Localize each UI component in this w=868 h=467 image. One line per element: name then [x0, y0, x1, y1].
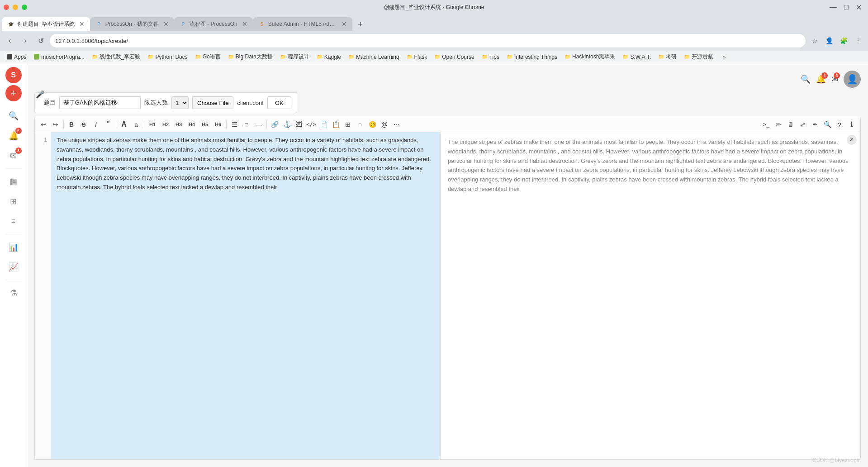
sidebar-item-search[interactable]: 🔍: [5, 107, 23, 125]
tab-create-topic[interactable]: 🎓 创建题目_毕业设计系统 ✕: [2, 17, 90, 31]
header-search-button[interactable]: 🔍: [801, 74, 811, 84]
header-mail-button[interactable]: ✉ 3: [831, 74, 838, 84]
sidebar-user-avatar[interactable]: S: [5, 67, 22, 83]
tab-close-3[interactable]: ✕: [242, 20, 247, 28]
bookmark-swat[interactable]: 📁 S.W.A.T.: [620, 53, 654, 61]
font-small-button[interactable]: a: [130, 119, 142, 130]
bookmark-research[interactable]: 📁 考研: [655, 52, 679, 62]
bookmark-programming[interactable]: 📁 程序设计: [277, 52, 312, 62]
code-button[interactable]: </>: [305, 119, 317, 130]
ol-button[interactable]: ≡: [241, 119, 252, 130]
sidebar-item-line-chart[interactable]: 📈: [5, 258, 23, 276]
ok-button[interactable]: OK: [267, 96, 291, 109]
win-minimize[interactable]: —: [827, 2, 840, 13]
table-button[interactable]: ⊞: [342, 119, 354, 130]
tab-close-1[interactable]: ✕: [79, 20, 85, 28]
pen-button[interactable]: ✏: [773, 119, 784, 130]
win-close[interactable]: ✕: [853, 2, 864, 13]
help-button[interactable]: ?: [834, 119, 845, 130]
profile-icon[interactable]: 👤: [823, 34, 835, 47]
h3-button[interactable]: H3: [172, 119, 185, 130]
bookmark-go[interactable]: 📁 Go语言: [192, 52, 223, 62]
bookmark-music[interactable]: 🟩 musicForProgra...: [31, 53, 87, 61]
sidebar-item-bar-chart[interactable]: 📊: [5, 238, 23, 256]
header-bell-button[interactable]: 🔔 5: [816, 74, 826, 84]
sidebar-item-chart-grid[interactable]: ▦: [5, 172, 23, 191]
win-restore[interactable]: □: [841, 2, 851, 13]
tab-favicon-1: 🎓: [7, 20, 14, 28]
link-button[interactable]: 🔗: [269, 119, 280, 130]
expand-button[interactable]: ⤢: [797, 119, 809, 130]
bookmark-apps[interactable]: ⬛ Apps: [4, 53, 29, 61]
sidebar-item-layout[interactable]: ⊞: [5, 192, 23, 210]
tab-sufee-admin[interactable]: S Sufee Admin - HTML5 Admin... ✕: [253, 17, 352, 31]
bookmark-linear-algebra[interactable]: 📁 线性代数_李宏毅: [89, 52, 143, 62]
sidebar-item-mail[interactable]: ✉ 3: [5, 147, 23, 165]
tab-processon-flow[interactable]: P 流程图 - ProcessOn ✕: [174, 17, 253, 31]
hr-button[interactable]: —: [253, 119, 265, 130]
minimize-window-btn[interactable]: [13, 5, 18, 10]
sidebar-item-filter[interactable]: ⚗: [5, 284, 23, 302]
bookmark-opencourse[interactable]: 📁 Open Course: [432, 53, 477, 61]
bookmark-bigdata[interactable]: 📁 Big Data大数据: [225, 52, 275, 62]
bookmark-hackintosh[interactable]: 📁 Hackintosh黑苹果: [562, 52, 618, 62]
circle-button[interactable]: ○: [354, 119, 366, 130]
undo-button[interactable]: ↩: [38, 119, 49, 130]
h2-button[interactable]: H2: [159, 119, 172, 130]
address-input[interactable]: [50, 34, 806, 48]
bookmark-tips[interactable]: 📁 Tips: [479, 53, 502, 61]
h5-button[interactable]: H5: [199, 119, 211, 130]
topic-title-input[interactable]: [59, 96, 141, 109]
tab-close-2[interactable]: ✕: [163, 20, 169, 28]
anchor-button[interactable]: ⚓: [281, 119, 293, 130]
bookmark-icon[interactable]: ☆: [808, 34, 821, 47]
tab-processon-files[interactable]: P ProcessOn - 我的文件 ✕: [90, 17, 174, 31]
more-button[interactable]: ⋯: [391, 119, 403, 130]
bookmarks-more-icon[interactable]: »: [718, 51, 730, 63]
bookmark-opensource[interactable]: 📁 开源贡献: [681, 52, 716, 62]
editor-textarea[interactable]: The unique stripes of zebras make them o…: [51, 132, 440, 459]
terminal-button[interactable]: >_: [760, 119, 772, 130]
limit-select[interactable]: 1: [171, 96, 189, 109]
user-avatar[interactable]: 👤: [844, 71, 861, 88]
bookmark-ml[interactable]: 📁 Machine Learning: [346, 53, 402, 61]
forward-button[interactable]: ›: [19, 34, 32, 47]
image-button[interactable]: 🖼: [293, 119, 305, 130]
font-big-button[interactable]: A: [118, 119, 130, 130]
sidebar-item-bell[interactable]: 🔔 5: [5, 127, 23, 145]
quote-button[interactable]: ": [102, 119, 114, 130]
back-button[interactable]: ‹: [4, 34, 16, 47]
ul-button[interactable]: ☰: [228, 119, 240, 130]
search-r-button[interactable]: 🔍: [821, 119, 833, 130]
h6-button[interactable]: H6: [212, 119, 224, 130]
bold-button[interactable]: B: [66, 119, 77, 130]
bookmark-kaggle[interactable]: 📁 Kaggle: [314, 53, 344, 61]
sidebar-add-button[interactable]: +: [5, 85, 22, 101]
redo-button[interactable]: ↪: [50, 119, 62, 130]
tab-close-4[interactable]: ✕: [342, 20, 347, 28]
bookmark-flask[interactable]: 📁 Flask: [404, 53, 430, 61]
monitor-button[interactable]: 🖥: [785, 119, 797, 130]
refresh-button[interactable]: ↺: [34, 34, 47, 47]
italic-button[interactable]: I: [90, 119, 102, 130]
h1-button[interactable]: H1: [146, 119, 159, 130]
at-button[interactable]: @: [379, 119, 390, 130]
strikethrough-button[interactable]: S: [78, 119, 90, 130]
extension-icon[interactable]: 🧩: [837, 34, 850, 47]
bookmark-python[interactable]: 📁 Python_Docs: [145, 53, 190, 61]
emoji-button[interactable]: 😊: [366, 119, 378, 130]
folder-icon-6: 📁: [317, 54, 323, 60]
h4-button[interactable]: H4: [185, 119, 198, 130]
maximize-window-btn[interactable]: [22, 5, 27, 10]
info-button[interactable]: ℹ: [846, 119, 858, 130]
choose-file-button[interactable]: Choose File: [192, 96, 233, 109]
file-button[interactable]: 📄: [318, 119, 329, 130]
menu-icon[interactable]: ⋮: [852, 34, 864, 47]
file2-button[interactable]: 📋: [330, 119, 342, 130]
new-tab-button[interactable]: +: [354, 18, 367, 31]
bookmark-interesting[interactable]: 📁 Interesting Things: [504, 53, 560, 61]
preview-close-button[interactable]: ✕: [847, 135, 857, 145]
sidebar-item-list[interactable]: ≡: [5, 212, 23, 230]
close-window-btn[interactable]: [4, 5, 9, 10]
draw-button[interactable]: ✒: [809, 119, 821, 130]
